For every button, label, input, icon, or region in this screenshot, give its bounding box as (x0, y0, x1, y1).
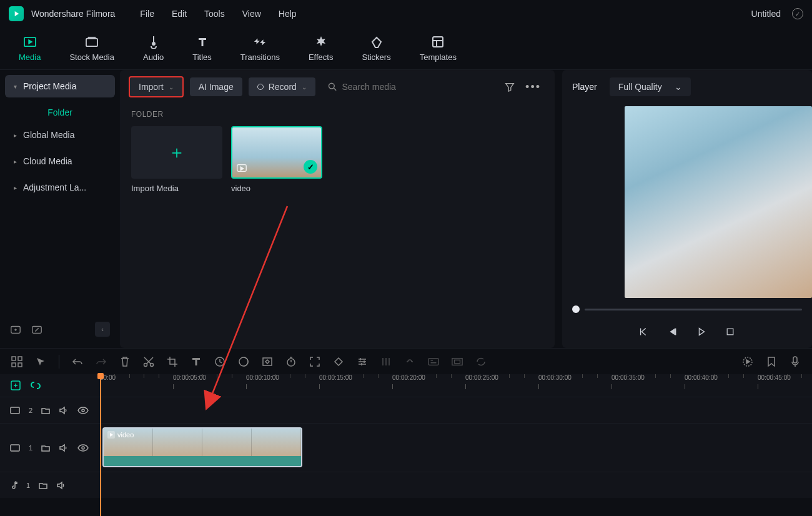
delete-icon[interactable] (119, 356, 131, 367)
undo-icon[interactable] (72, 356, 83, 367)
layout-icon[interactable] (11, 356, 22, 367)
timer-icon[interactable] (285, 356, 297, 367)
tab-stickers[interactable]: Stickers (350, 31, 402, 66)
search-input[interactable] (342, 82, 492, 92)
media-icon (23, 35, 37, 49)
svg-point-15 (151, 363, 154, 366)
svg-point-2 (152, 42, 155, 45)
seek-knob[interactable] (572, 305, 580, 313)
svg-point-29 (82, 447, 84, 449)
effects-icon (314, 35, 328, 49)
music-icon (10, 480, 17, 490)
playhead[interactable] (100, 374, 101, 516)
new-folder-icon[interactable] (10, 324, 21, 335)
sidebar-item-global-media[interactable]: ▸Global Media (5, 124, 115, 146)
sidebar-item-cloud-media[interactable]: ▸Cloud Media (5, 150, 115, 172)
stop-button[interactable] (724, 325, 736, 338)
stock-media-icon (85, 35, 99, 49)
quality-dropdown[interactable]: Full Quality ⌄ (610, 77, 691, 96)
chevron-right-icon: ▸ (14, 132, 17, 139)
tab-audio[interactable]: Audio (132, 31, 175, 66)
svg-rect-9 (727, 329, 733, 335)
mute-icon[interactable] (59, 406, 69, 415)
mute-icon[interactable] (59, 444, 69, 452)
menu-edit[interactable]: Edit (172, 9, 187, 19)
aspect-icon[interactable] (452, 356, 463, 367)
render-icon[interactable] (742, 356, 753, 367)
sidebar-item-project-media[interactable]: ▾Project Media (5, 75, 115, 97)
svg-point-27 (82, 409, 84, 412)
ai-image-button[interactable]: AI Image (190, 77, 242, 96)
search-media (322, 82, 498, 92)
keyframe-icon[interactable] (262, 356, 273, 367)
sidebar-folder[interactable]: Folder (5, 101, 115, 124)
cut-icon[interactable] (143, 356, 154, 367)
video-card[interactable]: ✓ video (231, 126, 322, 193)
subtitle-icon[interactable] (428, 356, 439, 367)
sync-icon[interactable] (475, 356, 487, 367)
folder-icon[interactable] (39, 482, 47, 489)
text-icon[interactable] (191, 356, 202, 367)
marker-icon[interactable] (333, 356, 344, 367)
video-icon (10, 444, 20, 452)
svg-rect-24 (793, 357, 797, 363)
speed-icon[interactable] (214, 356, 225, 367)
seek-bar[interactable] (562, 298, 812, 320)
attach-icon[interactable] (404, 356, 415, 367)
folder-icon[interactable] (41, 407, 50, 414)
tab-templates[interactable]: Templates (408, 31, 468, 66)
chevron-right-icon: ▸ (14, 158, 17, 165)
search-icon (328, 82, 337, 92)
add-track-icon[interactable] (10, 380, 21, 391)
chevron-down-icon: ⌄ (169, 84, 174, 91)
timeline-ruler[interactable]: 00:0000:00:05:0000:00:10:0000:00:15:0000… (100, 374, 812, 397)
prev-frame-button[interactable] (638, 325, 650, 338)
adjust-icon[interactable] (357, 356, 368, 367)
bookmark-icon[interactable] (766, 356, 777, 367)
video-icon (10, 406, 20, 415)
menu-view[interactable]: View (242, 9, 261, 19)
svg-rect-1 (86, 39, 97, 47)
menu-help[interactable]: Help (279, 9, 297, 19)
save-status-icon[interactable]: ✓ (792, 8, 803, 19)
collapse-sidebar-button[interactable]: ‹ (95, 322, 110, 337)
filter-icon[interactable] (504, 81, 515, 92)
menu-tools[interactable]: Tools (204, 9, 225, 19)
tab-transitions[interactable]: Transitions (229, 31, 291, 66)
svg-point-6 (329, 83, 334, 89)
folder-link-icon[interactable] (31, 324, 42, 335)
eye-icon[interactable] (77, 407, 89, 414)
cursor-icon[interactable] (35, 356, 46, 367)
tab-stock-media[interactable]: Stock Media (58, 31, 126, 66)
color-icon[interactable] (238, 356, 249, 367)
record-button[interactable]: Record ⌄ (249, 77, 315, 96)
sidebar-item-adjustment-layer[interactable]: ▸Adjustment La... (5, 176, 115, 199)
mic-icon[interactable] (790, 356, 801, 367)
mute-icon[interactable] (56, 481, 66, 490)
crop-icon[interactable] (167, 356, 178, 367)
import-button[interactable]: Import ⌄ (129, 76, 184, 97)
folder-icon[interactable] (41, 444, 50, 452)
tab-media[interactable]: Media (7, 31, 52, 66)
timeline-clip[interactable]: video (102, 427, 302, 467)
tab-titles[interactable]: Titles (181, 31, 223, 66)
audio-track-1: 1 (0, 472, 812, 498)
step-back-button[interactable] (666, 325, 679, 338)
more-icon[interactable]: ••• (525, 81, 541, 94)
record-icon (257, 84, 264, 90)
focus-icon[interactable] (309, 356, 320, 367)
mixer-icon[interactable] (380, 356, 392, 367)
preview-canvas[interactable] (625, 106, 812, 298)
play-button[interactable] (695, 325, 708, 338)
menu-file[interactable]: File (140, 9, 154, 19)
folder-label: FOLDER (131, 110, 543, 119)
svg-point-14 (144, 363, 147, 366)
redo-icon[interactable] (96, 356, 107, 367)
link-icon[interactable] (30, 380, 41, 391)
svg-rect-10 (12, 357, 16, 360)
eye-icon[interactable] (77, 444, 89, 452)
import-media-card[interactable]: ＋ Import Media (131, 126, 222, 193)
tab-effects[interactable]: Effects (297, 31, 345, 66)
play-icon (107, 431, 115, 439)
media-panel: Import ⌄ AI Image Record ⌄ ••• FOLDER (120, 70, 555, 348)
